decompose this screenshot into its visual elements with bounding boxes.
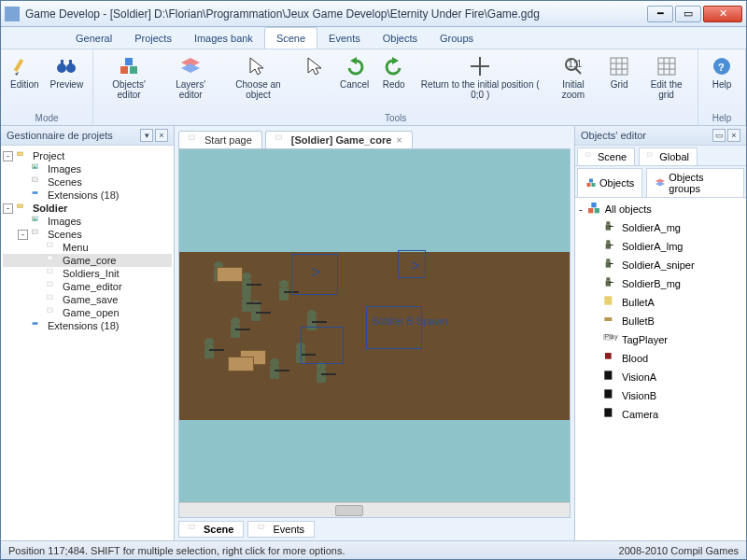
ribbon-btn-redo[interactable]: Redo [376, 53, 412, 113]
ribbon-btn-objects-[interactable]: Objects' editor [99, 53, 159, 113]
tab-label: Objects [599, 177, 634, 189]
binoc-icon [55, 55, 78, 77]
tree-node-label: Game_save [63, 294, 118, 305]
ribbon-btn-edit[interactable]: Edit the grid [641, 53, 692, 113]
tree-node-label: Scenes [48, 229, 82, 240]
menu-groups[interactable]: Groups [429, 27, 485, 49]
scenes-icon [31, 229, 44, 240]
svg-rect-61 [592, 183, 596, 187]
tree-node-images[interactable]: Images [3, 162, 172, 175]
menu-objects[interactable]: Objects [372, 27, 429, 49]
soldier-sprite[interactable] [310, 360, 332, 388]
ribbon-btn-layers-[interactable]: Layers' editor [162, 53, 218, 113]
object-bulletb[interactable]: BulletB [577, 312, 744, 330]
tree-node-extensions-18-[interactable]: Extensions (18) [3, 189, 172, 202]
ribbon-btn-preview[interactable]: Preview [47, 53, 88, 113]
object-tagplayer[interactable]: PlayerTagPlayer [577, 330, 744, 349]
tree-toggle[interactable]: - [3, 151, 13, 161]
tree-node-game-core[interactable]: Game_core [3, 254, 172, 267]
panel-menu-button[interactable]: ▾ [140, 129, 153, 142]
sub-tab-objects-groups[interactable]: Objects groups [646, 168, 744, 197]
object-visiona[interactable]: VisionA [577, 368, 744, 386]
object-blood[interactable]: Blood [577, 349, 744, 368]
bottom-tab-events[interactable]: Events [247, 521, 315, 538]
minimize-button[interactable]: ━ [647, 6, 673, 22]
ribbon-btn-return-to-the-initial[interactable]: Return to the initial position ( 0;0 ) [416, 53, 545, 113]
soldier-sprite[interactable] [235, 289, 258, 317]
object-label: Camera [622, 409, 658, 420]
selection-box[interactable] [366, 306, 422, 349]
soldier-icon [603, 219, 618, 236]
svg-rect-44 [33, 230, 38, 234]
maximize-button[interactable]: ▭ [675, 6, 701, 22]
soldier-sprite[interactable] [198, 336, 220, 364]
menu-general[interactable]: General [64, 27, 123, 49]
sub-tab-objects[interactable]: Objects [577, 168, 642, 197]
scope-tab-scene[interactable]: Scene [577, 147, 635, 165]
svg-rect-79 [610, 282, 613, 283]
horizontal-scrollbar[interactable] [179, 502, 570, 517]
folder-icon [16, 150, 29, 161]
object-soldiera_mg[interactable]: SoldierA_mg [577, 218, 744, 237]
tree-node-game-editor[interactable]: Game_editor [3, 280, 172, 293]
soldier-sprite[interactable] [224, 315, 247, 343]
tree-node-soldiers-init[interactable]: Soldiers_Init [3, 267, 172, 280]
ribbon-btn-edition[interactable]: Edition [7, 53, 43, 113]
ribbon-btn-label: Choose an object [226, 79, 289, 100]
tree-node-game-save[interactable]: Game_save [3, 293, 172, 306]
object-soldierb_mg[interactable]: SoldierB_mg [577, 274, 744, 293]
menu-projects[interactable]: Projects [123, 27, 183, 49]
bottom-tab-scene[interactable]: Scene [178, 521, 244, 538]
crate-sprite[interactable] [217, 267, 243, 282]
scene-canvas[interactable]: >>Soldier B Spawn [179, 149, 570, 502]
object-visionb[interactable]: VisionB [577, 386, 744, 405]
panel-close-button[interactable]: × [727, 129, 740, 142]
svg-rect-81 [604, 317, 612, 321]
object-label: SoldierA_sniper [622, 259, 695, 271]
scope-tab-global[interactable]: Global [639, 147, 698, 165]
selection-box[interactable] [301, 327, 344, 364]
ribbon-btn-choose[interactable]: Choose an object [222, 53, 293, 113]
tree-node-soldier[interactable]: -Soldier [3, 202, 172, 215]
project-panel-title-text: Gestionnaire de projets [7, 130, 113, 141]
svg-marker-11 [250, 58, 263, 75]
tree-node-scenes[interactable]: Scenes [3, 175, 172, 189]
soldier-sprite[interactable] [263, 357, 286, 385]
tree-node-project[interactable]: -Project [3, 149, 172, 162]
object-camera[interactable]: Camera [577, 405, 744, 424]
ext-icon [31, 189, 44, 201]
ribbon-btn-grid[interactable]: Grid [601, 53, 637, 113]
ribbon-btn-initial[interactable]: 1:1Initial zoom [549, 53, 598, 113]
tree-node-images[interactable]: Images [3, 215, 172, 228]
object-soldiera_sniper[interactable]: SoldierA_sniper [577, 256, 744, 274]
menu-images-bank[interactable]: Images bank [183, 27, 264, 49]
objects-root[interactable]: -All objects [577, 200, 744, 218]
objects-tree[interactable]: -All objectsSoldierA_mgSoldierA_lmgSoldi… [575, 198, 746, 540]
tree-node-game-open[interactable]: Game_open [3, 306, 172, 319]
ribbon-btn-cancel[interactable]: Cancel [337, 53, 373, 113]
ribbon-btn-label: Edit the grid [644, 79, 688, 100]
close-button[interactable]: ✕ [703, 6, 742, 22]
sub-tabs: ObjectsObjects groups [575, 166, 746, 198]
panel-close-button[interactable]: × [155, 129, 168, 142]
ribbon-btn-cursor[interactable] [298, 53, 333, 113]
panel-dock-button[interactable]: ▭ [712, 129, 726, 142]
object-soldiera_lmg[interactable]: SoldierA_lmg [577, 237, 744, 256]
tab-start-page[interactable]: Start page [178, 131, 262, 148]
tab-close-icon[interactable]: × [396, 134, 402, 146]
object-bulleta[interactable]: BulletA [577, 293, 744, 312]
menu-scene[interactable]: Scene [264, 27, 317, 49]
scrollbar-thumb[interactable] [335, 505, 363, 516]
project-tree[interactable]: -ProjectImagesScenesExtensions (18)-Sold… [1, 146, 174, 540]
cursor-icon [247, 55, 269, 77]
tree-toggle[interactable]: - [18, 230, 28, 240]
tab--soldier-game-core[interactable]: [Soldier] Game_core× [265, 131, 413, 148]
crate-sprite[interactable] [228, 357, 254, 371]
tree-toggle[interactable]: - [3, 203, 13, 214]
tree-node-menu[interactable]: Menu [3, 241, 172, 254]
tree-node-extensions-18-[interactable]: Extensions (18) [3, 319, 172, 332]
ribbon-btn-help[interactable]: ?Help [704, 53, 740, 113]
tree-toggle[interactable]: - [579, 203, 583, 215]
menu-events[interactable]: Events [317, 27, 372, 49]
tree-node-scenes[interactable]: -Scenes [3, 228, 172, 241]
